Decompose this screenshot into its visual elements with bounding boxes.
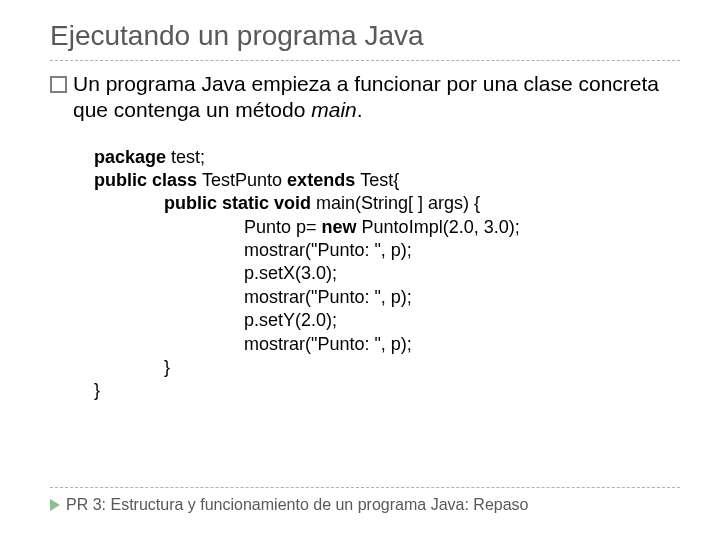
bullet-prefix: Un programa Java empieza a funcionar por… xyxy=(73,72,659,121)
code-text: Punto p= xyxy=(244,217,322,237)
code-line: mostrar("Punto: ", p); xyxy=(94,333,680,356)
footer-text: PR 3: Estructura y funcionamiento de un … xyxy=(66,496,528,514)
bullet-italic: main xyxy=(311,98,357,121)
square-bullet-icon xyxy=(50,76,67,93)
bullet-suffix: . xyxy=(357,98,363,121)
code-block: package test; public class TestPunto ext… xyxy=(94,146,680,403)
kw-psv: public static void xyxy=(164,193,316,213)
code-text: mostrar("Punto: ", p); xyxy=(244,287,412,307)
code-text: test; xyxy=(166,147,205,167)
kw-public-class: public class xyxy=(94,170,202,190)
code-text: TestPunto xyxy=(202,170,287,190)
arrow-right-icon xyxy=(50,499,60,511)
slide: Ejecutando un programa Java Un programa … xyxy=(0,0,720,540)
code-line: package test; xyxy=(94,146,680,169)
code-text: } xyxy=(94,380,100,400)
code-line: p.setX(3.0); xyxy=(94,262,680,285)
code-text: } xyxy=(164,357,170,377)
code-line: mostrar("Punto: ", p); xyxy=(94,286,680,309)
slide-title: Ejecutando un programa Java xyxy=(50,20,680,61)
code-text: p.setY(2.0); xyxy=(244,310,337,330)
code-line: } xyxy=(94,356,680,379)
kw-package: package xyxy=(94,147,166,167)
code-line: public class TestPunto extends Test{ xyxy=(94,169,680,192)
kw-extends: extends xyxy=(287,170,360,190)
bullet-item: Un programa Java empieza a funcionar por… xyxy=(50,71,680,124)
code-line: p.setY(2.0); xyxy=(94,309,680,332)
code-line: } xyxy=(94,379,680,402)
code-line: Punto p= new PuntoImpl(2.0, 3.0); xyxy=(94,216,680,239)
slide-body: Un programa Java empieza a funcionar por… xyxy=(50,71,680,403)
code-text: mostrar("Punto: ", p); xyxy=(244,240,412,260)
code-text: PuntoImpl(2.0, 3.0); xyxy=(362,217,520,237)
code-text: mostrar("Punto: ", p); xyxy=(244,334,412,354)
code-text: p.setX(3.0); xyxy=(244,263,337,283)
slide-footer: PR 3: Estructura y funcionamiento de un … xyxy=(50,487,680,514)
code-line: mostrar("Punto: ", p); xyxy=(94,239,680,262)
bullet-text: Un programa Java empieza a funcionar por… xyxy=(73,71,680,124)
code-text: main(String[ ] args) { xyxy=(316,193,480,213)
code-text: Test{ xyxy=(360,170,399,190)
kw-new: new xyxy=(322,217,362,237)
code-line: public static void main(String[ ] args) … xyxy=(94,192,680,215)
